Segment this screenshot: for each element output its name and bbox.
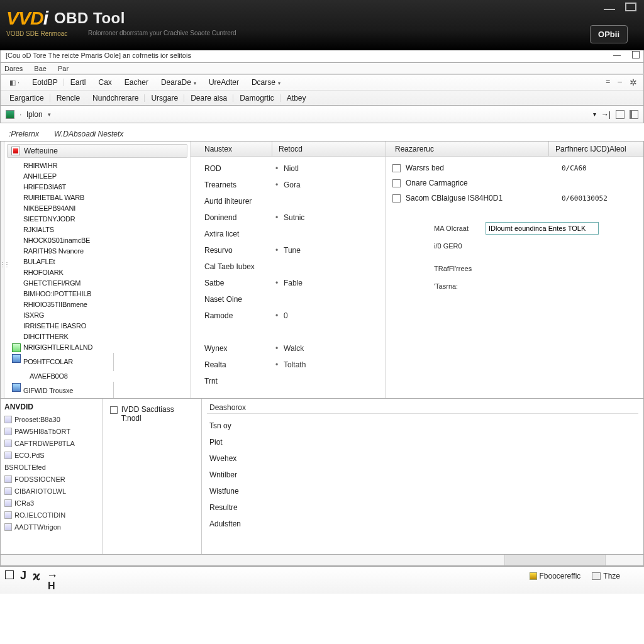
ribbon-item[interactable]: Rencle (50, 92, 86, 104)
ribbon-item[interactable]: Ursgare (145, 92, 184, 104)
property-key: Satbe (204, 279, 274, 287)
task-icon[interactable]: →H (47, 569, 58, 582)
tree-item[interactable]: AVAEFB0O8 (23, 371, 186, 382)
tree-item[interactable]: HRIFED3IA6T (23, 182, 186, 192)
tree-item[interactable]: NHOCK0S01inamcBE (23, 235, 186, 246)
gear-icon[interactable]: ✲ (630, 77, 637, 87)
ribbon-item[interactable]: DearaDe (155, 77, 203, 88)
tree-item[interactable]: IRRISETHE IBASRO (23, 321, 186, 331)
checkbox[interactable] (110, 406, 118, 414)
ribbon-item[interactable]: EotdBP (26, 77, 64, 88)
list-item[interactable]: RO.IELCOTIDIN (4, 509, 98, 521)
tray-icon[interactable] (592, 572, 601, 580)
chevron-down-icon[interactable]: ▾ (593, 111, 596, 118)
equals-icon[interactable]: = (606, 77, 610, 87)
column-header[interactable]: Parfhnerc IJCD)Aleol (549, 145, 643, 153)
tree-item[interactable]: GIFWID Trousxe (12, 382, 114, 398)
splitter-handle[interactable] (1, 142, 4, 398)
list-item[interactable]: Prooset:B8a30 (4, 414, 98, 426)
status-segment (1, 555, 505, 565)
tree-item[interactable]: ISXRG (23, 310, 186, 321)
opdi-button[interactable]: OPbii (590, 25, 628, 43)
maximize-icon[interactable] (632, 51, 640, 58)
checkbox[interactable] (392, 194, 401, 203)
ribbon-item[interactable]: Atbey (280, 92, 313, 104)
check-label: Sacom CBlaiguse IS84H0D1 (406, 194, 557, 203)
tree-item[interactable]: RUIRIETBAL WARB (23, 192, 186, 203)
checkbox[interactable] (392, 179, 401, 187)
property-row: Naset Oine (204, 291, 383, 308)
list-item[interactable]: FODSSIOCNER (4, 474, 98, 486)
task-icon[interactable]: J (20, 569, 26, 582)
ribbon-item[interactable]: Nundchrerare (86, 92, 145, 104)
content-tabs: :Prelernx W.DAbsoadi Nestetx (0, 123, 644, 141)
column-header[interactable]: Naustex (191, 142, 272, 156)
tree-item[interactable]: DIHCITTHERK (23, 331, 186, 342)
list-item[interactable]: Resultre (209, 499, 636, 516)
tree-item[interactable]: NIKBEEPB94ANI (23, 203, 186, 214)
property-row: Doninend•Sutnic (204, 209, 383, 226)
list-item[interactable]: Piot (209, 434, 636, 450)
property-key: Trnt (204, 377, 274, 386)
ribbon-item[interactable]: Eartl (64, 77, 92, 88)
dash-icon[interactable]: – (618, 77, 622, 87)
tree-item[interactable]: SIEETDNYJODR (23, 214, 186, 225)
tree-item[interactable]: GHETCTIEFI/RGM (23, 278, 186, 289)
bottom-left-list: ANVDID Prooset:B8a30PAW5HI8aTbORTCAFTRDW… (1, 399, 103, 554)
list-item[interactable]: CIBARIOTOLWL (4, 486, 98, 497)
text-input[interactable] (486, 222, 599, 235)
column-header[interactable]: Retocd (272, 145, 303, 153)
tree-item[interactable]: RHOFOIARK (23, 267, 186, 278)
list-item[interactable]: ECO.PdS (4, 450, 98, 462)
tree-item[interactable]: PO9HTFCOLAR (12, 353, 114, 371)
menu-item[interactable]: Dares (4, 65, 23, 72)
properties-panel: Naustex Retocd ROD•NiotlTrearnets•GoraAu… (191, 142, 386, 398)
details-panel: Reazareruc Parfhnerc IJCD)Aleol Warsrs b… (386, 142, 643, 398)
tree-item[interactable]: RJKIALTS (23, 225, 186, 235)
panel-split-icon[interactable] (630, 110, 638, 119)
ribbon-item[interactable]: UreAdter (203, 77, 245, 88)
ribbon-item[interactable]: Damogrtic (233, 92, 280, 104)
ribbon-item[interactable]: Deare aisa (184, 92, 233, 104)
menu-item[interactable]: Par (58, 65, 69, 72)
minimize-icon[interactable] (604, 6, 615, 10)
list-item[interactable]: Adulsften (209, 516, 636, 532)
tree-item[interactable]: BIMHOO:IPOTTEHILB (23, 289, 186, 299)
ribbon-item[interactable]: Cax (92, 77, 118, 88)
module-icon[interactable] (6, 110, 14, 119)
maximize-icon[interactable] (625, 3, 636, 11)
panel-icon[interactable] (616, 110, 625, 119)
list-item[interactable]: Wntilber (209, 467, 636, 483)
list-item[interactable]: Wistfune (209, 483, 636, 499)
tree-item[interactable]: ANHILEEP (23, 171, 186, 182)
tree-item[interactable]: NRIGIGHTLERILALND (12, 342, 186, 353)
tree-item[interactable]: RHIOIO35TIIBnmene (23, 299, 186, 310)
list-item[interactable]: CAFTRDWEP8TLA (4, 438, 98, 450)
tree-item[interactable]: RARITH9S Nvanore (23, 246, 186, 257)
tray-icon[interactable] (530, 572, 537, 580)
menu-item[interactable]: Bae (34, 65, 47, 72)
ribbon-item[interactable]: Eacher (118, 77, 155, 88)
list-item[interactable]: ICRa3 (4, 497, 98, 509)
column-header[interactable]: Reazareruc (386, 142, 549, 156)
next-icon[interactable]: →| (601, 110, 611, 119)
minimize-icon[interactable] (613, 51, 621, 56)
list-item[interactable]: Tsn oy (209, 418, 636, 434)
list-item[interactable]: PAW5HI8aTbORT (4, 426, 98, 438)
tree-item[interactable]: RHIRWIHR (23, 160, 186, 171)
chevron-down-icon[interactable]: ▾ (48, 111, 51, 118)
list-item[interactable]: BSROLTEfed (4, 462, 98, 474)
task-icon[interactable]: ϰ (33, 569, 40, 583)
ribbon-item[interactable]: Dcarse (245, 77, 287, 88)
ribbon-item[interactable]: Eargartice (3, 92, 50, 104)
list-item[interactable]: Wvehex (209, 450, 636, 467)
tree-item[interactable]: BULAFLEt (23, 257, 186, 267)
property-value: Sutnic (280, 213, 304, 222)
checkbox[interactable] (392, 164, 401, 172)
tree-header[interactable]: Wefteuine (7, 144, 187, 158)
tab[interactable]: W.DAbsoadi Nestetx (54, 130, 123, 138)
list-item[interactable]: AADTTWtrigon (4, 521, 98, 533)
tab[interactable]: :Prelernx (9, 130, 39, 138)
property-value: Toltath (280, 360, 306, 369)
app-icon[interactable] (5, 570, 14, 579)
